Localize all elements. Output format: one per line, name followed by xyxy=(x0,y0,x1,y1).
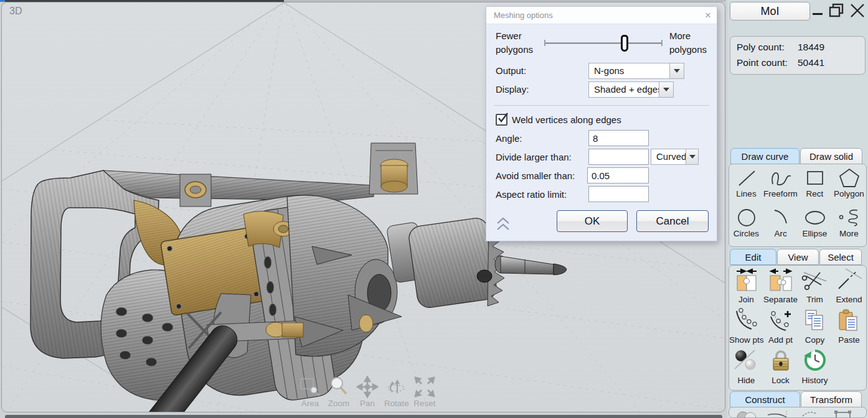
tool-separate[interactable]: Separate xyxy=(763,267,798,304)
zoom-button[interactable]: Zoom xyxy=(327,376,351,408)
collapse-chevrons-icon[interactable] xyxy=(496,217,510,233)
weld-checkbox[interactable] xyxy=(496,114,507,126)
bottom-toolbar-fragment[interactable] xyxy=(5,415,722,418)
display-select[interactable]: Shaded + edges xyxy=(588,81,674,98)
divide-unit-value: Curved xyxy=(656,151,686,162)
slider-handle[interactable] xyxy=(621,35,628,52)
tool-rect[interactable]: Rect xyxy=(798,167,832,198)
app-title-button[interactable]: MoI xyxy=(730,2,810,21)
copy-icon xyxy=(801,308,829,335)
cancel-button[interactable]: Cancel xyxy=(636,210,709,232)
dialog-body: Fewer polygons More polygons Output: N-g… xyxy=(486,24,717,241)
tool-trim[interactable]: Trim xyxy=(798,267,832,304)
chevron-down-icon xyxy=(689,155,696,159)
output-select[interactable]: N-gons xyxy=(588,63,684,79)
tool-ellipse[interactable]: Ellipse xyxy=(798,207,832,238)
separate-icon xyxy=(767,267,795,295)
chevron-down-icon xyxy=(663,88,669,91)
area-label: Area xyxy=(298,399,322,408)
meshing-options-dialog: Meshing options × Fewer polygons More po… xyxy=(486,6,717,241)
aspect-input[interactable] xyxy=(588,186,649,202)
display-value: Shaded + edges xyxy=(594,84,663,95)
draw-tools-panel: Lines Freeform Rect Polygon xyxy=(729,164,867,247)
trim-icon xyxy=(801,267,829,295)
dialog-close-icon[interactable]: × xyxy=(705,9,711,22)
rotate-label: Rotate xyxy=(384,399,408,408)
paste-icon xyxy=(836,308,863,335)
rect-icon xyxy=(803,167,828,189)
pan-button[interactable]: Pan xyxy=(356,376,379,408)
tool-history[interactable]: History xyxy=(798,348,832,385)
tool-add-pt[interactable]: Add pt xyxy=(763,308,798,345)
avoid-input[interactable] xyxy=(587,167,649,183)
tab-view[interactable]: View xyxy=(777,249,819,265)
output-value: N-gons xyxy=(594,65,624,76)
tool-more[interactable]: More xyxy=(832,207,866,238)
angle-label: Angle: xyxy=(496,133,522,144)
poly-count-label: Poly count: xyxy=(737,42,785,53)
divide-label: Divide larger than: xyxy=(496,152,572,162)
restore-icon[interactable] xyxy=(828,3,846,18)
extend-icon xyxy=(836,267,863,295)
tool-join[interactable]: Join xyxy=(729,267,763,304)
viewport-label: 3D xyxy=(9,6,22,17)
zoom-label: Zoom xyxy=(327,399,351,408)
more-icon xyxy=(837,207,862,229)
tool-hide[interactable]: Hide xyxy=(729,348,763,385)
reset-button[interactable]: Reset xyxy=(413,376,436,408)
app-root: { "window": { "title": "MoI" }, "viewpor… xyxy=(0,0,868,418)
tab-select[interactable]: Select xyxy=(819,249,862,265)
lines-icon xyxy=(734,167,759,189)
history-icon xyxy=(801,348,829,376)
tab-transform[interactable]: Transform xyxy=(801,391,862,407)
display-label: Display: xyxy=(496,84,529,95)
ellipse-icon xyxy=(803,207,828,229)
sidebar: MoI Poly count: 18449 Point count: 50441… xyxy=(727,0,868,418)
chevron-down-icon xyxy=(674,69,680,73)
add-pt-icon xyxy=(767,308,795,335)
output-label: Output: xyxy=(496,65,526,76)
join-icon xyxy=(733,267,760,295)
tab-construct[interactable]: Construct xyxy=(730,391,800,407)
aspect-label: Aspect ratio limit: xyxy=(496,189,567,200)
drill-handle-bolt xyxy=(180,174,211,207)
viewport-nav-controls: Area Zoom Pan xyxy=(298,376,436,408)
divide-input[interactable] xyxy=(588,149,649,165)
tab-edit[interactable]: Edit xyxy=(730,249,776,265)
hide-icon xyxy=(733,348,760,376)
poly-count-value: 18449 xyxy=(798,42,824,53)
minimize-icon[interactable] xyxy=(813,13,823,15)
area-button[interactable]: Area xyxy=(298,376,322,408)
dialog-titlebar[interactable]: Meshing options × xyxy=(486,7,717,24)
polygon-density-slider[interactable] xyxy=(544,42,663,45)
tab-draw-curve[interactable]: Draw curve xyxy=(730,148,800,164)
construct-icons-partial xyxy=(729,407,867,418)
tool-copy[interactable]: Copy xyxy=(798,308,832,345)
polygon-icon xyxy=(837,167,862,189)
tool-lines[interactable]: Lines xyxy=(729,167,763,198)
point-count-value: 50441 xyxy=(798,57,824,68)
tool-show-pts[interactable]: Show pts xyxy=(729,308,763,345)
tool-circles[interactable]: Circles xyxy=(729,207,763,238)
circles-icon xyxy=(734,207,759,229)
divide-unit-select[interactable]: Curved xyxy=(651,149,699,165)
dialog-title: Meshing options xyxy=(494,11,553,20)
dialog-divider xyxy=(494,105,709,106)
pan-icon xyxy=(356,376,379,398)
lock-icon xyxy=(767,348,795,376)
edit-tools-panel: Join Separate xyxy=(729,265,867,391)
zoom-icon xyxy=(328,376,350,398)
angle-input[interactable] xyxy=(588,130,649,146)
tool-paste[interactable]: Paste xyxy=(832,308,866,345)
reset-icon xyxy=(413,376,436,398)
tool-freeform[interactable]: Freeform xyxy=(763,167,798,198)
tool-polygon[interactable]: Polygon xyxy=(832,167,866,198)
reset-label: Reset xyxy=(413,399,436,408)
ok-button[interactable]: OK xyxy=(557,210,628,232)
tool-extend[interactable]: Extend xyxy=(832,267,866,304)
rotate-button[interactable]: Rotate xyxy=(384,376,408,408)
tab-draw-solid[interactable]: Draw solid xyxy=(800,148,862,164)
tool-lock[interactable]: Lock xyxy=(763,348,798,385)
tool-arc[interactable]: Arc xyxy=(763,207,798,238)
close-icon[interactable] xyxy=(849,2,866,19)
